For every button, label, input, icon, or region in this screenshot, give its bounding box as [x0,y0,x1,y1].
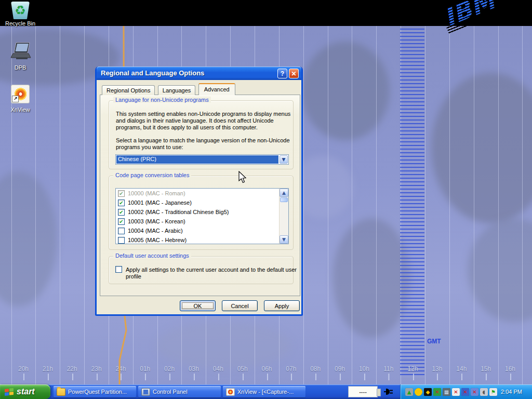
codepage-item[interactable]: 10005 (MAC - Hebrew) [116,235,280,244]
power-plug-icon [384,388,393,395]
scroll-down-icon[interactable]: ▼ [280,235,288,244]
safely-remove-hardware-icon[interactable]: ▲ [405,388,413,396]
apply-all-label: Apply all settings to the current user a… [126,267,297,280]
checkbox-icon[interactable] [118,190,125,197]
codepage-item-label: 10001 (MAC - Japanese) [128,200,192,206]
shortcut-arrow-icon: ↗ [12,96,19,102]
codepage-item[interactable]: 10001 (MAC - Japanese) [116,198,280,207]
checkbox-icon[interactable] [118,237,125,244]
checkbox-icon[interactable] [118,209,125,216]
network-status-error-icon[interactable]: ✕ [471,388,478,396]
group-title: Default user account settings [113,252,191,259]
chevron-down-icon[interactable]: ▼ [280,155,288,164]
tab-advanced[interactable]: Advanced [198,83,235,95]
control-panel-icon [141,388,150,396]
nonunicode-instruction: Select a language to match the language … [116,137,291,151]
default-user-group: Default user account settings Apply all … [109,256,294,284]
icon-label: XnView [1,107,40,113]
desktop-icon-xnview[interactable]: ↗ XnView [1,85,40,113]
tab-languages[interactable]: Languages [158,85,195,95]
mouse-cursor [238,171,247,184]
tray-icons: ▲◆✕▦✕✕✕◖⚑ [405,388,497,396]
tab-regional-options[interactable]: Regional Options [102,85,155,95]
system-tray: ▲◆✕▦✕✕✕◖⚑ 2:04 PM [400,384,532,399]
codepage-group: Code page conversion tables 10000 (MAC -… [109,176,294,250]
codepage-item-label: 10004 (MAC - Arabic) [128,228,183,234]
start-button[interactable]: start [0,384,50,399]
messenger-flag-icon[interactable]: ⚑ [489,388,497,396]
close-button[interactable]: ✕ [289,69,299,78]
phone-tool-icon[interactable] [415,388,422,396]
top-band: IBM [0,0,532,26]
volume-icon[interactable]: ◖ [480,388,488,396]
language-dropdown[interactable]: Chinese (PRC) ▼ [115,154,289,165]
dialog-title: Regional and Language Options [101,69,204,77]
scroll-up-icon[interactable]: ▲ [280,189,288,197]
recycle-bin-icon: ♻ [11,2,30,19]
start-label: start [17,387,35,396]
tab-strip: Regional Options Languages Advanced [102,83,236,95]
desktop-screen: GMT 20h21h22h23h24h01h02h03h04h05h06h07h… [0,0,532,399]
folder-icon [57,388,65,396]
codepage-item-label: 10002 (MAC - Traditional Chinese Big5) [128,209,229,215]
regional-language-options-dialog: Regional and Language Options ? ✕ Region… [95,66,303,316]
desk-band[interactable]: ---- [348,386,378,397]
language-dropdown-value: Chinese (PRC) [116,155,278,164]
codepage-item-label: 10003 (MAC - Korean) [128,218,185,224]
advanced-tab-page: Language for non-Unicode programs This s… [100,95,300,296]
apply-all-checkbox[interactable] [115,266,122,273]
codepage-item[interactable]: 10002 (MAC - Traditional Chinese Big5) [116,207,280,217]
group-title: Language for non-Unicode programs [113,97,211,103]
cancel-button[interactable]: Cancel [222,300,258,311]
clock[interactable]: 2:04 PM [501,389,522,395]
task-xnview[interactable]: XnView - [<Capture-... [223,386,305,397]
scrollbar-thumb[interactable] [280,197,288,202]
xnview-icon: ↗ [11,85,30,103]
desktop-icon-recycle-bin[interactable]: ♻ Recycle Bin [1,2,40,26]
dialog-titlebar[interactable]: Regional and Language Options ? ✕ [97,66,301,80]
nonunicode-description: This system setting enables non-Unicode … [116,111,291,131]
codepage-item-label: 10000 (MAC - Roman) [128,190,185,196]
icon-label: Recycle Bin [1,20,40,26]
desktop-icon-dpb[interactable]: DPB [1,42,40,71]
codepage-item[interactable]: 10000 (MAC - Roman) [116,189,280,198]
task-powerquest[interactable]: PowerQuest Partition... [54,386,136,397]
disconnected-drive-icon[interactable]: ✕ [452,388,460,396]
icon-label: DPB [1,64,40,71]
codepage-list[interactable]: 10000 (MAC - Roman)10001 (MAC - Japanese… [115,188,289,244]
norton-antivirus-icon[interactable]: ◆ [424,388,432,396]
codepage-item-label: 10005 (MAC - Hebrew) [128,237,187,243]
laptop-icon [9,42,32,61]
checkbox-icon[interactable] [118,200,125,206]
scrollbar[interactable]: ▲ ▼ [279,189,288,244]
codepage-item[interactable]: 10003 (MAC - Korean) [116,217,280,226]
group-title: Code page conversion tables [113,172,191,178]
windows-flag-icon [4,388,14,396]
xnview-task-icon [226,388,235,396]
task-control-panel[interactable]: Control Panel [138,386,221,397]
taskbar: start PowerQuest Partition... Control Pa… [0,384,532,399]
network-adapter-icon[interactable]: ▦ [443,388,450,396]
checkbox-icon[interactable] [118,218,125,225]
ok-button[interactable]: OK [180,300,216,311]
codepage-item[interactable]: 10004 (MAC - Arabic) [116,226,280,235]
display-error-icon[interactable]: ✕ [461,388,469,396]
apply-button[interactable]: Apply [264,300,300,311]
nonunicode-group: Language for non-Unicode programs This s… [109,100,294,169]
help-button[interactable]: ? [277,69,287,78]
offline-users-icon[interactable]: ✕ [433,388,441,396]
checkbox-icon[interactable] [118,228,125,234]
